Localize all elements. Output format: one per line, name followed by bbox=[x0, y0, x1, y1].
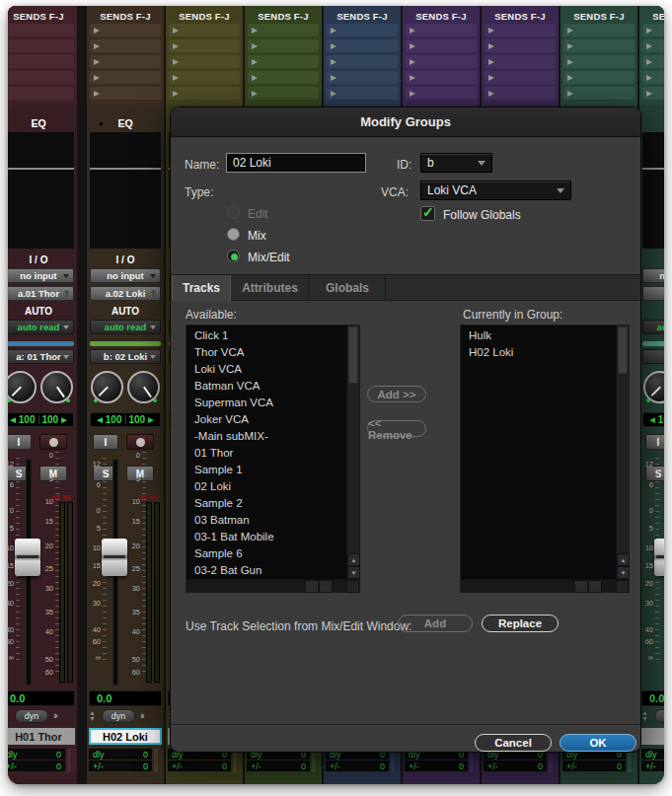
group-assignment-selector[interactable]: b: 02 Loki bbox=[90, 349, 161, 364]
list-item[interactable]: 03 Batman bbox=[187, 512, 346, 529]
send-slot[interactable] bbox=[563, 24, 635, 36]
output-selector[interactable]: † bbox=[642, 286, 664, 301]
fader-handle[interactable] bbox=[654, 539, 664, 576]
send-slot[interactable] bbox=[327, 39, 398, 52]
current-list-hscrollbar[interactable] bbox=[461, 579, 629, 592]
tab-globals[interactable]: Globals bbox=[310, 275, 386, 301]
list-item[interactable]: Sample 6 bbox=[187, 545, 346, 562]
send-slot[interactable] bbox=[248, 71, 319, 84]
automation-mode-selector[interactable]: auto read bbox=[8, 320, 74, 334]
scroll-right-button[interactable] bbox=[319, 580, 333, 593]
group-id-dropdown[interactable]: b bbox=[420, 153, 492, 173]
send-slot[interactable] bbox=[563, 39, 635, 52]
scroll-up-icon[interactable]: ▲ bbox=[617, 553, 630, 566]
track-name-plate[interactable]: H01 Thor bbox=[8, 728, 75, 745]
current-group-list[interactable]: HulkH02 Loki ▲ ▼ bbox=[460, 325, 630, 593]
automation-mode-selector[interactable]: auto read bbox=[642, 320, 664, 334]
pan-knob-left[interactable] bbox=[643, 371, 664, 403]
double-chevron-icon[interactable]: ›› bbox=[53, 710, 56, 721]
current-list-vscrollbar[interactable]: ▲ ▼ bbox=[616, 326, 629, 579]
track-name-plate[interactable] bbox=[641, 728, 664, 745]
radio-mix-edit[interactable] bbox=[227, 250, 240, 262]
send-slot[interactable] bbox=[406, 55, 477, 68]
automation-mode-selector[interactable]: auto read bbox=[90, 320, 161, 334]
send-slot[interactable] bbox=[8, 39, 74, 52]
track-name-plate[interactable]: H02 Loki bbox=[89, 728, 162, 745]
list-item[interactable]: 03-1 Bat Mobile bbox=[187, 529, 346, 545]
send-slot[interactable] bbox=[248, 39, 319, 52]
send-slot[interactable] bbox=[169, 87, 240, 100]
list-item[interactable]: Loki VCA bbox=[187, 361, 346, 378]
input-monitor-button[interactable]: I bbox=[93, 434, 118, 450]
radio-mix[interactable] bbox=[227, 228, 240, 241]
list-item[interactable]: Thor VCA bbox=[187, 344, 346, 361]
send-slot[interactable] bbox=[90, 24, 161, 36]
send-slot[interactable] bbox=[485, 55, 556, 68]
available-list[interactable]: Click 1Thor VCALoki VCABatman VCASuperma… bbox=[186, 325, 360, 593]
send-slot[interactable] bbox=[327, 24, 398, 36]
send-slot[interactable] bbox=[169, 71, 240, 84]
ok-button[interactable]: OK bbox=[560, 734, 636, 752]
send-slot[interactable] bbox=[485, 39, 556, 52]
pan-knob-right[interactable] bbox=[40, 371, 73, 403]
scroll-right-button[interactable] bbox=[588, 580, 602, 593]
remove-from-group-button[interactable]: << Remove bbox=[367, 420, 426, 437]
list-item[interactable]: 02 Loki bbox=[187, 478, 346, 495]
send-slot[interactable] bbox=[642, 55, 664, 68]
available-list-hscrollbar[interactable] bbox=[187, 579, 359, 592]
send-slot[interactable] bbox=[485, 71, 556, 84]
list-item[interactable]: Joker VCA bbox=[187, 411, 346, 428]
send-slot[interactable] bbox=[90, 55, 161, 68]
send-slot[interactable] bbox=[90, 87, 161, 100]
list-item[interactable]: -Main subMIX- bbox=[187, 428, 346, 445]
send-slot[interactable] bbox=[485, 87, 556, 100]
send-slot[interactable] bbox=[563, 55, 635, 68]
send-slot[interactable] bbox=[8, 71, 74, 84]
list-item[interactable]: 03-2 Bat Gun bbox=[187, 562, 346, 579]
list-item[interactable]: Batman VCA bbox=[187, 378, 346, 395]
group-assignment-selector[interactable] bbox=[642, 349, 664, 364]
selection-replace-button[interactable]: Replace bbox=[482, 615, 559, 632]
fader-handle[interactable] bbox=[102, 539, 127, 576]
dyn-button[interactable]: dyn bbox=[102, 709, 135, 723]
dyn-button[interactable]: dyn bbox=[654, 709, 664, 723]
add-to-group-button[interactable]: Add >> bbox=[367, 386, 426, 402]
scrollbar-thumb[interactable] bbox=[348, 326, 358, 384]
output-selector[interactable]: a.02 Loki† bbox=[90, 286, 161, 301]
tab-attributes[interactable]: Attributes bbox=[232, 275, 309, 301]
send-slot[interactable] bbox=[169, 39, 240, 52]
list-item[interactable]: Click 1 bbox=[187, 327, 346, 344]
double-chevron-icon[interactable]: ›› bbox=[140, 710, 143, 721]
input-monitor-button[interactable]: I bbox=[8, 434, 32, 450]
fader-handle[interactable] bbox=[15, 539, 40, 576]
scroll-down-icon[interactable]: ▼ bbox=[347, 566, 360, 579]
tab-tracks[interactable]: Tracks bbox=[172, 275, 231, 301]
vca-dropdown[interactable]: Loki VCA bbox=[420, 181, 571, 200]
dyn-button[interactable]: dyn bbox=[15, 709, 48, 723]
pan-knob-right[interactable] bbox=[127, 371, 160, 403]
list-item[interactable]: Superman VCA bbox=[187, 395, 346, 411]
send-slot[interactable] bbox=[406, 71, 477, 84]
follow-globals-checkbox[interactable]: ✓ bbox=[420, 206, 435, 221]
scroll-down-icon[interactable]: ▼ bbox=[617, 566, 630, 579]
send-slot[interactable] bbox=[8, 24, 74, 36]
up-down-arrows-icon[interactable]: ▲▼ bbox=[8, 710, 9, 722]
scrollbar-thumb[interactable] bbox=[618, 326, 628, 374]
pan-knob-left[interactable] bbox=[8, 371, 37, 403]
send-slot[interactable] bbox=[563, 71, 635, 84]
send-slot[interactable] bbox=[327, 87, 398, 100]
send-slot[interactable] bbox=[642, 71, 664, 84]
input-selector[interactable]: no input bbox=[642, 268, 664, 283]
list-item[interactable]: Sample 2 bbox=[187, 495, 346, 512]
available-list-vscrollbar[interactable]: ▲ ▼ bbox=[346, 326, 359, 579]
send-slot[interactable] bbox=[642, 39, 664, 52]
scroll-up-icon[interactable]: ▲ bbox=[347, 553, 360, 566]
send-slot[interactable] bbox=[8, 87, 74, 100]
send-slot[interactable] bbox=[169, 55, 240, 68]
send-slot[interactable] bbox=[90, 71, 161, 84]
send-slot[interactable] bbox=[90, 39, 161, 52]
pan-knob-left[interactable] bbox=[91, 371, 123, 403]
record-arm-button[interactable] bbox=[39, 434, 67, 450]
up-down-arrows-icon[interactable]: ▲▼ bbox=[641, 710, 648, 722]
scroll-left-button[interactable] bbox=[305, 580, 319, 593]
